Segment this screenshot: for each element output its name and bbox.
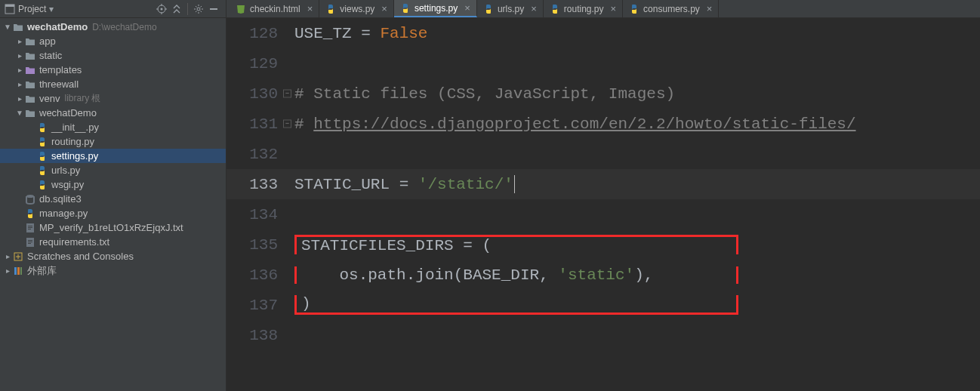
close-icon[interactable]: × [307,3,313,14]
folder-icon [24,79,36,91]
locate-icon[interactable] [154,2,169,17]
code-content[interactable]: # https://docs.djangoproject.com/en/2.2/… [294,115,980,133]
close-icon[interactable]: × [464,2,470,14]
code-content[interactable]: ) [294,295,738,315]
chevron-right-icon[interactable]: ▸ [15,80,24,88]
svg-rect-29 [17,267,20,275]
collapse-all-icon[interactable] [169,2,184,17]
folder-icon [24,35,36,48]
tree-file[interactable]: routing.py [0,134,226,149]
svg-rect-22 [28,229,31,229]
code-line[interactable]: 135STATICFILES_DIRS = ( [227,229,980,260]
editor-tab[interactable]: checkin.html× [230,0,319,17]
close-icon[interactable]: × [611,3,617,14]
hide-panel-icon[interactable] [206,2,221,17]
close-icon[interactable]: × [707,3,713,14]
chevron-down-icon[interactable]: ▼ [3,23,12,31]
editor-tab[interactable]: routing.py× [544,0,623,17]
tab-label: routing.py [564,4,604,14]
tree-folder[interactable]: ▸app [0,34,226,48]
fold-icon[interactable]: − [283,90,291,98]
code-line[interactable]: 137) [227,290,980,320]
gutter-line-number: 131− [227,115,294,133]
scratch-icon [12,251,24,263]
svg-rect-17 [210,8,217,10]
editor-tab[interactable]: settings.py× [394,0,477,17]
chevron-right-icon[interactable]: ▸ [15,51,24,60]
tree-file[interactable]: db.sqlite3 [0,192,226,206]
code-content[interactable]: os.path.join(BASE_DIR, 'static'), [294,266,738,284]
code-content[interactable]: STATICFILES_DIRS = ( [294,235,738,254]
gutter-line-number: 130− [227,85,294,103]
py-icon [483,4,494,14]
tree-folder[interactable]: ▸threewall [0,77,226,91]
py-icon [629,4,639,14]
code-line[interactable]: 132 [227,139,980,169]
code-line[interactable]: 131−# https://docs.djangoproject.com/en/… [227,109,980,139]
tree-label: routing.py [51,136,94,147]
tree-label: templates [39,64,82,75]
tree-folder[interactable]: ▼wechatDemo [0,106,226,120]
sidebar-title: Project [18,4,46,14]
tree-label: db.sqlite3 [39,193,82,205]
tree-file[interactable]: manage.py [0,206,226,220]
gear-icon[interactable] [191,2,206,17]
txt-icon [24,222,36,234]
code-content[interactable]: USE_TZ = False [294,25,980,42]
chevron-right-icon[interactable]: ▸ [15,66,24,74]
code-editor[interactable]: 128USE_TZ = False129130−# Static files (… [227,18,980,391]
code-line[interactable]: 134 [227,199,980,229]
tree-label: settings.py [51,150,98,162]
chevron-right-icon[interactable]: ▸ [3,252,12,260]
tree-label: __init__.py [51,122,99,133]
py-icon [400,3,411,14]
code-line[interactable]: 136 os.path.join(BASE_DIR, 'static'), [227,260,980,290]
tree-file[interactable]: wsgi.py [0,177,226,192]
close-icon[interactable]: × [531,3,537,14]
project-tree[interactable]: ▼wechatDemoD:\wechatDemo▸app▸static▸temp… [0,18,226,391]
tree-file[interactable]: MP_verify_b1reLtO1xRzEjqxJ.txt [0,220,226,235]
code-line[interactable]: 129 [227,48,980,79]
tree-file[interactable]: settings.py [0,149,226,163]
svg-point-8 [197,8,200,11]
tree-folder[interactable]: ▸static [0,48,226,63]
tree-folder[interactable]: ▸templates [0,63,226,77]
code-content[interactable]: STATIC_URL = '/static/' [294,175,980,193]
code-content[interactable]: # Static files (CSS, JavaScript, Images) [294,85,980,103]
tree-folder[interactable]: ▸Scratches and Consoles [0,249,226,263]
tree-label: threewall [39,79,79,90]
tab-label: urls.py [498,4,524,14]
gutter-line-number: 135 [227,236,294,254]
tree-folder[interactable]: ▸venvlibrary 根 [0,91,226,106]
chevron-right-icon[interactable]: ▸ [15,94,24,103]
tree-file[interactable]: requirements.txt [0,235,226,249]
svg-rect-21 [28,227,32,228]
tree-file[interactable]: __init__.py [0,120,226,134]
chevron-right-icon[interactable]: ▸ [3,266,12,275]
chevron-right-icon[interactable]: ▸ [15,37,24,45]
editor-tabs: checkin.html×views.py×settings.py×urls.p… [227,0,980,18]
tree-file[interactable]: urls.py [0,163,226,177]
gutter-line-number: 132 [227,146,294,163]
project-pane-icon [5,4,15,14]
code-line[interactable]: 133STATIC_URL = '/static/' [227,169,980,199]
svg-line-14 [201,11,202,12]
tree-label: urls.py [51,165,80,176]
editor-tab[interactable]: views.py× [319,0,394,17]
code-line[interactable]: 128USE_TZ = False [227,18,980,48]
chevron-down-icon[interactable]: ▼ [15,109,24,117]
code-line[interactable]: 130−# Static files (CSS, JavaScript, Ima… [227,79,980,109]
close-icon[interactable]: × [381,3,387,14]
editor-tab[interactable]: urls.py× [477,0,544,17]
py-icon [550,4,560,14]
tree-folder[interactable]: ▸外部库 [0,263,226,278]
dropdown-icon[interactable]: ▾ [49,4,54,14]
fold-icon[interactable]: − [283,120,291,128]
tree-label: manage.py [39,208,88,219]
svg-rect-28 [14,267,17,275]
code-line[interactable]: 138 [227,320,980,350]
editor-tab[interactable]: consumers.py× [623,0,719,17]
tree-label: wechatDemo [39,107,97,119]
tree-folder[interactable]: ▼wechatDemoD:\wechatDemo [0,20,226,34]
tree-label: app [39,35,56,47]
